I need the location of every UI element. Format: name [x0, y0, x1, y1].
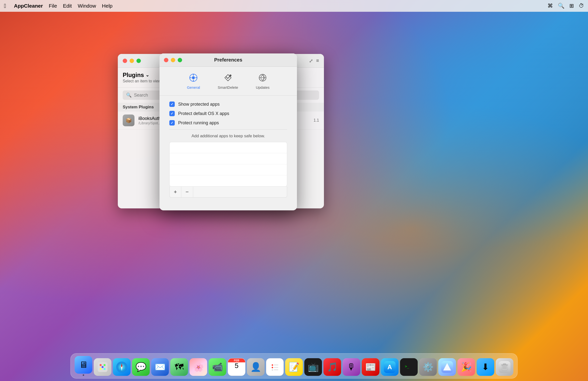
- podcasts-icon: 🎙: [343, 358, 360, 376]
- checkbox-show-protected[interactable]: [169, 101, 175, 107]
- app-filter-input[interactable]: [193, 187, 287, 197]
- dock: 🖥 💬 ✉️: [70, 353, 518, 379]
- svg-rect-23: [274, 367, 278, 368]
- close-button[interactable]: [123, 58, 127, 63]
- smartdelete-tab-label: SmartDelete: [218, 85, 238, 90]
- svg-point-24: [272, 369, 273, 371]
- menubar-window[interactable]: Window: [78, 3, 96, 9]
- plugins-subtitle: Select an item to view: [123, 79, 161, 83]
- maximize-button[interactable]: [136, 58, 141, 63]
- menubar-file[interactable]: File: [49, 3, 57, 9]
- time-icon: ⏱: [579, 3, 584, 9]
- dock-item-contacts[interactable]: 👤: [247, 358, 265, 376]
- syspref-icon: ⚙️: [419, 358, 437, 376]
- general-tab-icon: [189, 74, 198, 84]
- svg-point-20: [272, 364, 273, 366]
- app-icon: 📦: [123, 114, 134, 126]
- calendar-icon: FEB 5: [228, 358, 245, 376]
- prefs-titlebar: Preferences: [160, 54, 297, 67]
- svg-text:>_: >_: [405, 364, 409, 368]
- dock-item-appstore[interactable]: A: [381, 358, 399, 376]
- add-apps-label: Add additional apps to keep safe below.: [169, 133, 287, 138]
- finder-icon: 🖥: [75, 356, 92, 374]
- checkbox-label-show-protected: Show protected apps: [178, 102, 220, 107]
- prefs-minimize-button[interactable]: [171, 58, 175, 62]
- notes-icon: 📝: [285, 358, 303, 376]
- dock-item-safari[interactable]: [113, 358, 130, 376]
- dock-item-music[interactable]: 🎵: [323, 358, 341, 376]
- control-center-icon[interactable]: ⊞: [569, 3, 574, 9]
- resize-icon[interactable]: ⤢: [309, 58, 313, 64]
- svg-rect-35: [503, 363, 506, 365]
- menubar-appcleaner[interactable]: AppCleaner: [14, 3, 43, 9]
- mail-icon: ✉️: [151, 358, 169, 376]
- dock-item-downloader[interactable]: ⬇: [477, 358, 494, 376]
- dock-item-photos[interactable]: 🌸: [189, 358, 207, 376]
- list-icon[interactable]: ≡: [316, 58, 319, 64]
- app-version: 1.1: [314, 118, 319, 123]
- apple-menu-icon[interactable]: : [4, 2, 6, 9]
- general-tab-label: General: [187, 85, 200, 90]
- dock-item-trash[interactable]: [496, 358, 513, 376]
- apps-list-row-2: [169, 153, 287, 164]
- safari-icon: [113, 358, 130, 376]
- menubar-left:  AppCleaner File Edit Window Help: [4, 2, 113, 9]
- launchpad-icon: [94, 358, 111, 376]
- messages-icon: 💬: [132, 358, 150, 376]
- dock-item-party[interactable]: 🎉: [458, 358, 475, 376]
- plugins-chevron[interactable]: ⌄: [146, 72, 149, 78]
- remove-app-button[interactable]: −: [181, 187, 193, 197]
- dock-item-altserver[interactable]: [438, 358, 456, 376]
- updates-tab-icon: [258, 74, 267, 84]
- menubar-help[interactable]: Help: [102, 3, 112, 9]
- search-menubar-icon[interactable]: 🔍: [558, 3, 565, 9]
- tab-general[interactable]: General: [183, 72, 204, 92]
- prefs-content: Show protected apps Protect default OS X…: [160, 95, 297, 204]
- checkbox-row-protect-running[interactable]: Protect running apps: [169, 120, 287, 126]
- dock-item-maps[interactable]: 🗺: [170, 358, 188, 376]
- reminders-icon: [266, 358, 284, 376]
- dock-item-appletv[interactable]: 📺: [304, 358, 322, 376]
- prefs-divider: [169, 130, 287, 130]
- tab-smartdelete[interactable]: SmartDelete: [214, 72, 242, 92]
- svg-point-13: [100, 368, 102, 370]
- news-icon: 📰: [362, 358, 379, 376]
- dock-item-news[interactable]: 📰: [362, 358, 379, 376]
- checkbox-protect-running[interactable]: [169, 120, 175, 126]
- appstore-icon: A: [381, 358, 399, 376]
- trash-icon: [496, 358, 513, 376]
- tab-updates[interactable]: Updates: [252, 72, 273, 92]
- dock-item-reminders[interactable]: [266, 358, 284, 376]
- svg-point-1: [192, 76, 195, 79]
- smartdelete-tab-icon: [224, 74, 232, 84]
- dock-item-finder[interactable]: 🖥: [75, 356, 92, 376]
- dock-item-syspref[interactable]: ⚙️: [419, 358, 437, 376]
- checkbox-row-protect-default[interactable]: Protect default OS X apps: [169, 111, 287, 116]
- prefs-close-button[interactable]: [164, 58, 168, 62]
- dock-item-messages[interactable]: 💬: [132, 358, 150, 376]
- minimize-button[interactable]: [129, 58, 134, 63]
- search-icon: 🔍: [126, 93, 131, 98]
- svg-point-14: [104, 368, 105, 370]
- dock-item-launchpad[interactable]: [94, 358, 111, 376]
- svg-text:A: A: [387, 363, 392, 371]
- prefs-maximize-button[interactable]: [178, 58, 182, 62]
- maps-icon: 🗺: [170, 358, 188, 376]
- add-app-button[interactable]: +: [169, 187, 181, 197]
- dock-item-podcasts[interactable]: 🎙: [343, 358, 360, 376]
- svg-point-10: [100, 364, 102, 366]
- svg-point-22: [272, 367, 273, 368]
- music-icon: 🎵: [323, 358, 341, 376]
- titlebar-actions: ⤢ ≡: [309, 58, 319, 64]
- dock-item-mail[interactable]: ✉️: [151, 358, 169, 376]
- app-icon-glyph: 📦: [126, 117, 132, 123]
- dock-item-terminal[interactable]: >_: [400, 358, 418, 376]
- dock-item-notes[interactable]: 📝: [285, 358, 303, 376]
- dock-item-calendar[interactable]: FEB 5: [228, 358, 245, 376]
- svg-rect-21: [274, 364, 278, 365]
- menubar-right: ⌘ 🔍 ⊞ ⏱: [547, 3, 584, 9]
- menubar-edit[interactable]: Edit: [63, 3, 72, 9]
- dock-item-facetime[interactable]: 📹: [209, 358, 226, 376]
- checkbox-row-show-protected[interactable]: Show protected apps: [169, 101, 287, 107]
- checkbox-protect-default[interactable]: [169, 111, 175, 116]
